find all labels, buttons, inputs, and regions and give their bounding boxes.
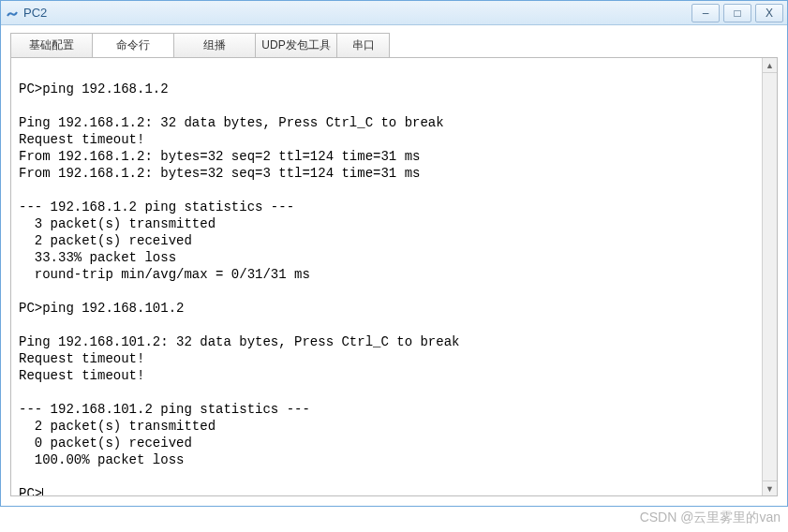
tab-udp-tool[interactable]: UDP发包工具 [255,33,337,57]
watermark: CSDN @云里雾里的van [640,510,781,526]
tab-bar: 基础配置 命令行 组播 UDP发包工具 串口 [1,25,787,57]
titlebar: PC2 – □ X [1,1,787,25]
app-window: PC2 – □ X 基础配置 命令行 组播 UDP发包工具 串口 PC>ping… [0,0,788,507]
scrollbar[interactable]: ▲ ▼ [762,58,777,495]
minimize-button[interactable]: – [691,4,720,22]
tab-label: 基础配置 [29,38,74,52]
tab-basic-config[interactable]: 基础配置 [10,33,93,57]
terminal[interactable]: PC>ping 192.168.1.2 Ping 192.168.1.2: 32… [11,58,777,495]
tab-label: 组播 [203,38,226,52]
text-cursor [42,488,43,495]
tab-label: 串口 [352,38,375,52]
scroll-up-icon[interactable]: ▲ [763,58,777,73]
close-button[interactable]: X [755,4,783,22]
window-title: PC2 [23,6,47,20]
tab-multicast[interactable]: 组播 [173,33,256,57]
maximize-icon: □ [734,7,740,20]
tab-command-line[interactable]: 命令行 [92,33,174,57]
tab-label: 命令行 [116,38,150,52]
minimize-icon: – [703,7,709,20]
terminal-container: PC>ping 192.168.1.2 Ping 192.168.1.2: 32… [10,57,778,496]
tab-serial[interactable]: 串口 [336,33,390,57]
maximize-button[interactable]: □ [723,4,751,22]
close-icon: X [766,7,773,20]
tab-label: UDP发包工具 [261,38,330,52]
app-icon [5,6,20,21]
scroll-down-icon[interactable]: ▼ [763,480,777,495]
